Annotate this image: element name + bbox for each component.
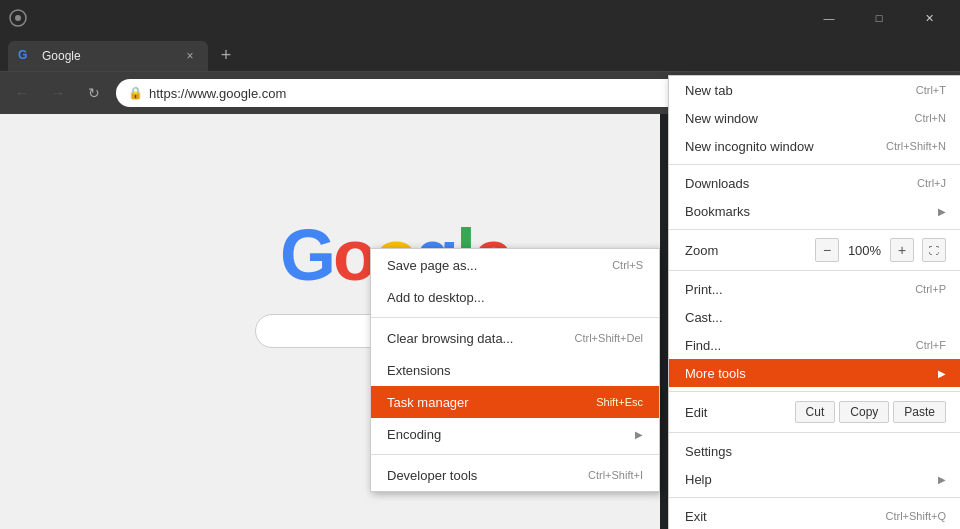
tab-favicon: G	[18, 48, 34, 64]
incognito-shortcut: Ctrl+Shift+N	[886, 140, 946, 152]
tab-title: Google	[42, 49, 174, 63]
encoding-arrow: ▶	[635, 429, 643, 440]
browser-tab[interactable]: G Google ×	[8, 41, 208, 71]
zoom-in-button[interactable]: +	[890, 238, 914, 262]
menu-item-downloads[interactable]: Downloads Ctrl+J	[669, 169, 960, 197]
tab-bar: G Google × +	[0, 36, 960, 72]
new-tab-button[interactable]: +	[212, 41, 240, 69]
fullscreen-button[interactable]: ⛶	[922, 238, 946, 262]
submenu-divider-2	[371, 454, 659, 455]
zoom-row: Zoom − 100% + ⛶	[669, 234, 960, 266]
edit-buttons: Cut Copy Paste	[795, 401, 946, 423]
help-arrow: ▶	[938, 474, 946, 485]
forward-icon: →	[51, 85, 65, 101]
svg-point-1	[15, 15, 21, 21]
zoom-out-button[interactable]: −	[815, 238, 839, 262]
submenu-divider-1	[371, 317, 659, 318]
url-text: https://www.google.com	[149, 86, 286, 101]
bookmarks-label: Bookmarks	[685, 204, 750, 219]
menu-item-print[interactable]: Print... Ctrl+P	[669, 275, 960, 303]
forward-button[interactable]: →	[44, 79, 72, 107]
downloads-shortcut: Ctrl+J	[917, 177, 946, 189]
edit-row: Edit Cut Copy Paste	[669, 396, 960, 428]
back-icon: ←	[15, 85, 29, 101]
menu-item-settings[interactable]: Settings	[669, 437, 960, 465]
logo-o1: o	[333, 215, 374, 295]
logo-g: G	[280, 215, 333, 295]
submenu-item-task-manager[interactable]: Task manager Shift+Esc	[371, 386, 659, 418]
menu-item-new-tab[interactable]: New tab Ctrl+T	[669, 76, 960, 104]
menu-item-help[interactable]: Help ▶	[669, 465, 960, 493]
minimize-button[interactable]: —	[806, 0, 852, 36]
find-label: Find...	[685, 338, 721, 353]
print-label: Print...	[685, 282, 723, 297]
refresh-icon: ↻	[88, 85, 100, 101]
new-tab-label: New tab	[685, 83, 733, 98]
context-menu: New tab Ctrl+T New window Ctrl+N New inc…	[668, 75, 960, 529]
submenu-item-clear-browsing[interactable]: Clear browsing data... Ctrl+Shift+Del	[371, 322, 659, 354]
divider-1	[669, 164, 960, 165]
exit-label: Exit	[685, 509, 707, 524]
close-button[interactable]: ✕	[906, 0, 952, 36]
maximize-button[interactable]: □	[856, 0, 902, 36]
cut-button[interactable]: Cut	[795, 401, 836, 423]
menu-item-incognito[interactable]: New incognito window Ctrl+Shift+N	[669, 132, 960, 160]
task-manager-shortcut: Shift+Esc	[596, 396, 643, 408]
tab-close-button[interactable]: ×	[182, 48, 198, 64]
paste-button[interactable]: Paste	[893, 401, 946, 423]
more-tools-arrow: ▶	[938, 368, 946, 379]
back-button[interactable]: ←	[8, 79, 36, 107]
more-tools-submenu: Save page as... Ctrl+S Add to desktop...…	[370, 248, 660, 492]
menu-item-exit[interactable]: Exit Ctrl+Shift+Q	[669, 502, 960, 529]
save-page-shortcut: Ctrl+S	[612, 259, 643, 271]
more-tools-label: More tools	[685, 366, 746, 381]
dev-tools-shortcut: Ctrl+Shift+I	[588, 469, 643, 481]
fullscreen-icon: ⛶	[929, 245, 939, 256]
help-label: Help	[685, 472, 712, 487]
menu-item-cast[interactable]: Cast...	[669, 303, 960, 331]
bookmarks-arrow: ▶	[938, 206, 946, 217]
clear-browsing-shortcut: Ctrl+Shift+Del	[575, 332, 643, 344]
menu-item-more-tools[interactable]: More tools ▶	[669, 359, 960, 387]
submenu-item-save-page[interactable]: Save page as... Ctrl+S	[371, 249, 659, 281]
downloads-label: Downloads	[685, 176, 749, 191]
lock-icon: 🔒	[128, 86, 143, 100]
settings-label: Settings	[685, 444, 732, 459]
zoom-label: Zoom	[685, 243, 718, 258]
submenu-item-encoding[interactable]: Encoding ▶	[371, 418, 659, 450]
menu-item-new-window[interactable]: New window Ctrl+N	[669, 104, 960, 132]
divider-6	[669, 497, 960, 498]
add-desktop-label: Add to desktop...	[387, 290, 485, 305]
copy-button[interactable]: Copy	[839, 401, 889, 423]
zoom-value: 100%	[847, 243, 882, 258]
browser-icon	[8, 8, 28, 28]
refresh-button[interactable]: ↻	[80, 79, 108, 107]
menu-item-find[interactable]: Find... Ctrl+F	[669, 331, 960, 359]
dev-tools-label: Developer tools	[387, 468, 477, 483]
encoding-label: Encoding	[387, 427, 441, 442]
extensions-label: Extensions	[387, 363, 451, 378]
submenu-item-dev-tools[interactable]: Developer tools Ctrl+Shift+I	[371, 459, 659, 491]
new-window-label: New window	[685, 111, 758, 126]
divider-2	[669, 229, 960, 230]
menu-item-bookmarks[interactable]: Bookmarks ▶	[669, 197, 960, 225]
cast-label: Cast...	[685, 310, 723, 325]
submenu-item-add-desktop[interactable]: Add to desktop...	[371, 281, 659, 313]
title-bar: — □ ✕	[0, 0, 960, 36]
divider-5	[669, 432, 960, 433]
zoom-controls: − 100% + ⛶	[815, 238, 946, 262]
save-page-label: Save page as...	[387, 258, 477, 273]
new-window-shortcut: Ctrl+N	[915, 112, 946, 124]
divider-4	[669, 391, 960, 392]
submenu-item-extensions[interactable]: Extensions	[371, 354, 659, 386]
window-controls: — □ ✕	[806, 0, 952, 36]
new-tab-shortcut: Ctrl+T	[916, 84, 946, 96]
find-shortcut: Ctrl+F	[916, 339, 946, 351]
divider-3	[669, 270, 960, 271]
edit-label: Edit	[685, 405, 707, 420]
incognito-label: New incognito window	[685, 139, 814, 154]
clear-browsing-label: Clear browsing data...	[387, 331, 513, 346]
print-shortcut: Ctrl+P	[915, 283, 946, 295]
exit-shortcut: Ctrl+Shift+Q	[885, 510, 946, 522]
task-manager-label: Task manager	[387, 395, 469, 410]
